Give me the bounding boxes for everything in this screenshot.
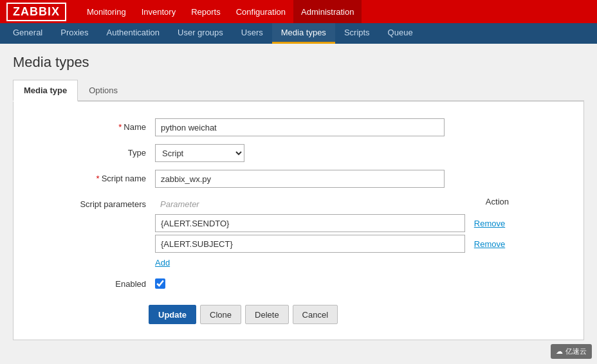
- param-row-1: Remove: [155, 235, 509, 253]
- scriptparams-label: Script parameters: [26, 196, 155, 209]
- type-label: Type: [26, 144, 155, 158]
- scriptname-row: *Script name: [14, 166, 583, 192]
- enabled-checkbox[interactable]: [155, 278, 165, 289]
- remove-btn-1[interactable]: Remove: [470, 239, 509, 249]
- scriptparams-row: Script parameters Parameter Action Remov…: [14, 192, 583, 271]
- scriptname-required-star: *: [96, 174, 100, 183]
- subnav-usergroups[interactable]: User groups: [169, 23, 232, 44]
- nav-reports[interactable]: Reports: [183, 0, 228, 23]
- watermark-icon: ☁: [556, 347, 563, 356]
- subnav-users[interactable]: Users: [232, 23, 272, 44]
- remove-btn-0[interactable]: Remove: [470, 219, 509, 228]
- top-navbar: ZABBIX Monitoring Inventory Reports Conf…: [0, 0, 597, 23]
- type-control: Email SMS Jabber Ez Texting Script SNMP …: [155, 144, 571, 162]
- update-button[interactable]: Update: [149, 305, 196, 324]
- page-title: Media types: [13, 54, 584, 71]
- cancel-button[interactable]: Cancel: [293, 305, 338, 324]
- tab-options[interactable]: Options: [78, 80, 129, 102]
- subnav-proxies[interactable]: Proxies: [51, 23, 97, 44]
- action-header-label: Action: [464, 197, 509, 212]
- enabled-label: Enabled: [26, 275, 155, 289]
- form-panel: *Name Type Email SMS Jabber Ez Texting S…: [13, 102, 584, 340]
- delete-button[interactable]: Delete: [245, 305, 289, 324]
- param-row-0: Remove: [155, 214, 509, 232]
- add-param-link[interactable]: Add: [155, 258, 170, 268]
- watermark: ☁ 亿速云: [551, 344, 592, 359]
- type-row: Type Email SMS Jabber Ez Texting Script …: [14, 140, 583, 166]
- subnav-mediatypes[interactable]: Media types: [272, 23, 335, 44]
- param-input-0[interactable]: [155, 214, 465, 232]
- name-input[interactable]: [155, 118, 445, 136]
- logo[interactable]: ZABBIX: [6, 3, 66, 21]
- scriptname-label: *Script name: [26, 170, 155, 183]
- tab-mediatype[interactable]: Media type: [13, 80, 78, 102]
- top-nav-items: Monitoring Inventory Reports Configurati…: [79, 0, 362, 23]
- scriptname-control: [155, 170, 571, 188]
- subnav-authentication[interactable]: Authentication: [98, 23, 169, 44]
- sub-navbar: General Proxies Authentication User grou…: [0, 23, 597, 44]
- subnav-scripts[interactable]: Scripts: [335, 23, 379, 44]
- page-content: Media types Media type Options *Name Typ…: [0, 44, 597, 350]
- params-table: Parameter Action Remove Remove Add: [155, 196, 509, 268]
- scriptparams-control: Parameter Action Remove Remove Add: [155, 196, 571, 268]
- action-buttons: Update Clone Delete Cancel: [14, 295, 583, 327]
- scriptname-input[interactable]: [155, 170, 445, 188]
- param-header-label: Parameter: [155, 197, 464, 212]
- name-row: *Name: [14, 114, 583, 140]
- subnav-queue[interactable]: Queue: [379, 23, 422, 44]
- nav-monitoring[interactable]: Monitoring: [79, 0, 134, 23]
- nav-administration[interactable]: Administration: [293, 0, 362, 23]
- params-header: Parameter Action: [155, 196, 509, 214]
- enabled-row: Enabled: [14, 271, 583, 295]
- param-input-1[interactable]: [155, 235, 465, 253]
- watermark-text: 亿速云: [565, 347, 587, 356]
- enabled-control: [155, 275, 571, 291]
- name-required-star: *: [118, 122, 122, 132]
- nav-inventory[interactable]: Inventory: [134, 0, 183, 23]
- type-select[interactable]: Email SMS Jabber Ez Texting Script SNMP …: [155, 144, 244, 162]
- subnav-general[interactable]: General: [4, 23, 51, 44]
- tab-bar: Media type Options: [13, 80, 584, 102]
- nav-configuration[interactable]: Configuration: [228, 0, 293, 23]
- name-label: *Name: [26, 118, 155, 132]
- name-control: [155, 118, 571, 136]
- clone-button[interactable]: Clone: [200, 305, 241, 324]
